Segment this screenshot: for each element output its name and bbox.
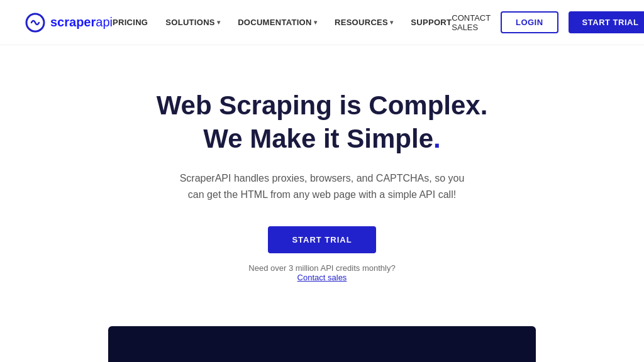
nav-item-resources[interactable]: RESOURCES ▾ (335, 18, 393, 27)
hero-description: ScraperAPI handles proxies, browsers, an… (171, 170, 473, 204)
nav-item-support[interactable]: SUPPORT (411, 18, 452, 27)
header: scraperapi PRICING SOLUTIONS ▾ DOCUMENTA… (0, 0, 644, 45)
start-trial-hero-button[interactable]: START TRIAL (268, 226, 375, 253)
hero-sub-text: Need over 3 million API credits monthly?… (248, 263, 395, 282)
logo-icon (25, 13, 45, 33)
nav-item-documentation[interactable]: DOCUMENTATION ▾ (238, 18, 317, 27)
contact-sales-link[interactable]: CONTACT SALES (452, 13, 491, 32)
nav-right: CONTACT SALES LOGIN START TRIAL (452, 11, 644, 33)
start-trial-nav-button[interactable]: START TRIAL (569, 11, 644, 33)
chevron-down-icon: ▾ (217, 19, 220, 26)
logo-text: scraperapi (50, 15, 113, 30)
logo[interactable]: scraperapi (25, 13, 113, 33)
nav-item-solutions[interactable]: SOLUTIONS ▾ (165, 18, 220, 27)
hero-section: Web Scraping is Complex. We Make it Simp… (0, 45, 644, 314)
login-button[interactable]: LOGIN (501, 11, 558, 33)
contact-sales-sub-link[interactable]: Contact sales (297, 273, 347, 282)
nav-item-pricing[interactable]: PRICING (113, 18, 148, 27)
chevron-down-icon: ▾ (390, 19, 393, 26)
hero-headline: Web Scraping is Complex. We Make it Simp… (157, 89, 488, 155)
dark-preview-section (108, 326, 536, 362)
chevron-down-icon: ▾ (314, 19, 317, 26)
main-nav: PRICING SOLUTIONS ▾ DOCUMENTATION ▾ RESO… (113, 18, 452, 27)
